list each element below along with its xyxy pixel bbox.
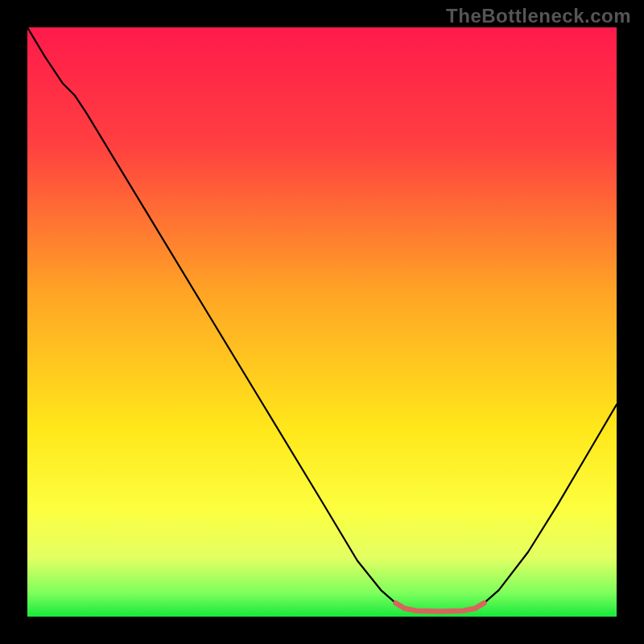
chart-svg xyxy=(27,27,617,617)
watermark-text: TheBottleneck.com xyxy=(446,5,631,27)
chart-frame: TheBottleneck.com xyxy=(0,0,644,644)
gradient-background xyxy=(27,27,617,617)
plot-area xyxy=(27,27,617,617)
